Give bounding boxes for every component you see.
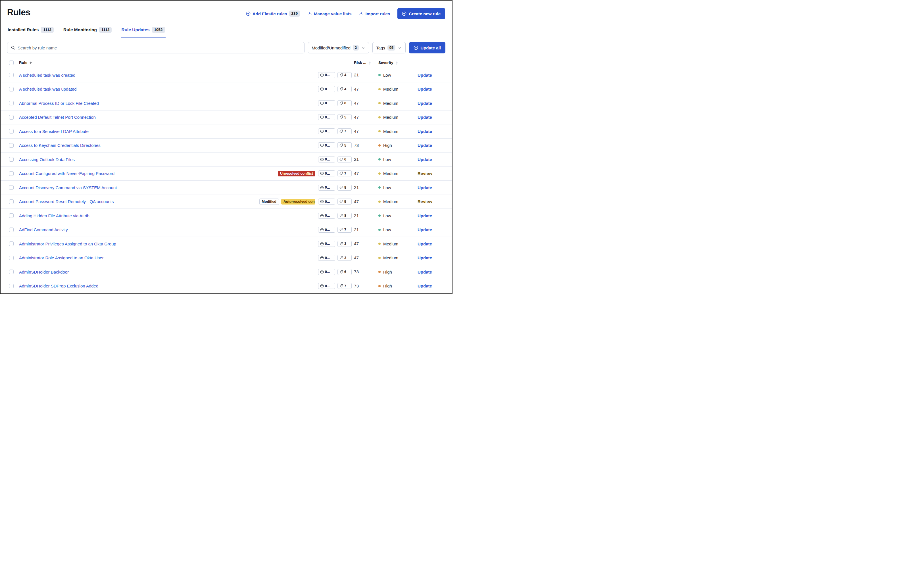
modified-filter-dropdown[interactable]: Modified/Unmodified 2 (308, 42, 369, 53)
tag-icon (340, 228, 343, 232)
rule-checkbox[interactable] (9, 270, 14, 274)
action-link[interactable]: Update (416, 227, 445, 232)
tags-count-badge: 4 (337, 72, 352, 78)
risk-score: 21 (354, 185, 372, 190)
rule-checkbox[interactable] (9, 256, 14, 260)
rule-name-link[interactable]: A scheduled task was created (19, 73, 75, 78)
package-version-badge: 0... (318, 142, 335, 148)
package-icon (320, 200, 324, 203)
action-link[interactable]: Update (416, 242, 445, 246)
tab-installed-rules[interactable]: Installed Rules1113 (7, 27, 54, 38)
rule-name-link[interactable]: Account Password Reset Remotely - QA acc… (19, 199, 114, 204)
package-version-badge: 0... (318, 157, 335, 162)
rule-checkbox[interactable] (9, 129, 14, 133)
import-rules-button[interactable]: Import rules (359, 11, 390, 16)
rule-name-link[interactable]: Account Discovery Command via SYSTEM Acc… (19, 185, 117, 190)
add-elastic-rules-button[interactable]: Add Elastic rules 239 (246, 11, 300, 17)
rule-name-link[interactable]: AdminSDHolder SDProp Exclusion Added (19, 283, 98, 288)
severity-column-header[interactable]: Severity (375, 60, 414, 65)
rule-name-link[interactable]: Access to Keychain Credentials Directori… (19, 143, 100, 148)
action-link[interactable]: Update (416, 101, 445, 106)
tabs-bar: Installed Rules1113Rule Monitoring1113Ru… (7, 27, 166, 37)
action-link[interactable]: Update (416, 115, 445, 119)
severity-dot (378, 271, 381, 273)
severity-badge: Medium (375, 129, 414, 134)
table-row: Adding Hidden File Attribute via Attrib … (0, 209, 452, 223)
search-input[interactable] (17, 45, 301, 50)
rule-checkbox[interactable] (9, 242, 14, 246)
rule-checkbox[interactable] (9, 73, 14, 77)
rule-name-link[interactable]: Abnormal Process ID or Lock File Created (19, 101, 99, 106)
import-icon (307, 11, 312, 16)
action-link[interactable]: Update (416, 87, 445, 91)
rule-name-link[interactable]: Access to a Sensitive LDAP Attribute (19, 129, 89, 134)
action-link[interactable]: Update (416, 73, 445, 78)
select-all-checkbox[interactable] (9, 60, 14, 65)
package-version-badge: 0... (318, 170, 335, 176)
action-link[interactable]: Update (416, 270, 445, 274)
action-link[interactable]: Update (416, 157, 445, 162)
rule-name-link[interactable]: Adding Hidden File Attribute via Attrib (19, 213, 89, 218)
tag-icon (340, 102, 343, 105)
rule-name-link[interactable]: AdminSDHolder Backdoor (19, 270, 69, 274)
action-link[interactable]: Update (416, 129, 445, 134)
tab-rule-monitoring[interactable]: Rule Monitoring1113 (63, 27, 113, 38)
severity-dot (378, 144, 381, 146)
package-version-badge: 0... (318, 227, 335, 233)
rule-checkbox[interactable] (9, 171, 14, 176)
tags-filter-dropdown[interactable]: Tags 95 (372, 42, 406, 53)
rule-checkbox[interactable] (9, 227, 14, 232)
severity-badge: Low (375, 73, 414, 78)
sortable-icon (368, 61, 372, 65)
action-link[interactable]: Update (416, 143, 445, 148)
table-row: Abnormal Process ID or Lock File Created… (0, 96, 452, 111)
rule-checkbox[interactable] (9, 157, 14, 162)
rule-checkbox[interactable] (9, 185, 14, 190)
package-version-badge: 0... (318, 100, 335, 106)
risk-column-header[interactable]: Risk ... (354, 60, 372, 65)
update-all-button[interactable]: Update all (409, 42, 445, 53)
create-new-rule-button[interactable]: Create new rule (397, 8, 445, 19)
rule-checkbox[interactable] (9, 101, 14, 105)
tags-count-badge: 6 (337, 157, 352, 162)
risk-score: 47 (354, 255, 372, 261)
action-link[interactable]: Update (416, 283, 445, 288)
action-link[interactable]: Review (416, 199, 445, 204)
page-header: Rules Add Elastic rules 239 Manage value… (0, 0, 452, 19)
action-link[interactable]: Review (416, 171, 445, 176)
rule-name-link[interactable]: Account Configured with Never-Expiring P… (19, 171, 114, 176)
risk-score: 47 (354, 129, 372, 134)
filter-row: Modified/Unmodified 2 Tags 95 Update all (0, 42, 452, 53)
severity-badge: Low (375, 185, 414, 190)
rule-name-link[interactable]: AdFind Command Activity (19, 227, 68, 232)
import-icon (359, 11, 364, 16)
table-row: Accepted Default Telnet Port Connection … (0, 111, 452, 125)
modified-filter-count: 2 (353, 45, 359, 51)
rule-checkbox[interactable] (9, 199, 14, 204)
tags-count-badge: 3 (337, 255, 352, 261)
tab-rule-updates[interactable]: Rule Updates1052 (121, 27, 165, 38)
rule-name-link[interactable]: Administrator Privileges Assigned to an … (19, 242, 116, 246)
rule-checkbox[interactable] (9, 115, 14, 119)
action-link[interactable]: Update (416, 185, 445, 190)
table-row: Accessing Outlook Data Files 0... 6 21 L… (0, 153, 452, 167)
tags-count-badge: 6 (337, 269, 352, 275)
package-icon (320, 73, 324, 77)
rule-checkbox[interactable] (9, 87, 14, 91)
rule-checkbox[interactable] (9, 143, 14, 148)
manage-value-lists-button[interactable]: Manage value lists (307, 11, 352, 16)
rule-name-link[interactable]: A scheduled task was updated (19, 87, 77, 91)
rule-name-link[interactable]: Accessing Outlook Data Files (19, 157, 75, 162)
rule-name-link[interactable]: Administrator Role Assigned to an Okta U… (19, 255, 104, 260)
rule-checkbox[interactable] (9, 213, 14, 218)
action-link[interactable]: Update (416, 255, 445, 260)
action-link[interactable]: Update (416, 213, 445, 218)
tags-filter-label: Tags (376, 45, 385, 50)
conflict-badge-group: ModifiedAuto-resolved confli (259, 199, 315, 205)
rule-checkbox[interactable] (9, 284, 14, 288)
risk-score: 47 (354, 100, 372, 106)
rule-name-link[interactable]: Accepted Default Telnet Port Connection (19, 115, 96, 119)
tag-icon (340, 143, 343, 147)
table-row: A scheduled task was updated 0... 4 47 M… (0, 83, 452, 97)
rule-column-header[interactable]: Rule (19, 60, 316, 65)
